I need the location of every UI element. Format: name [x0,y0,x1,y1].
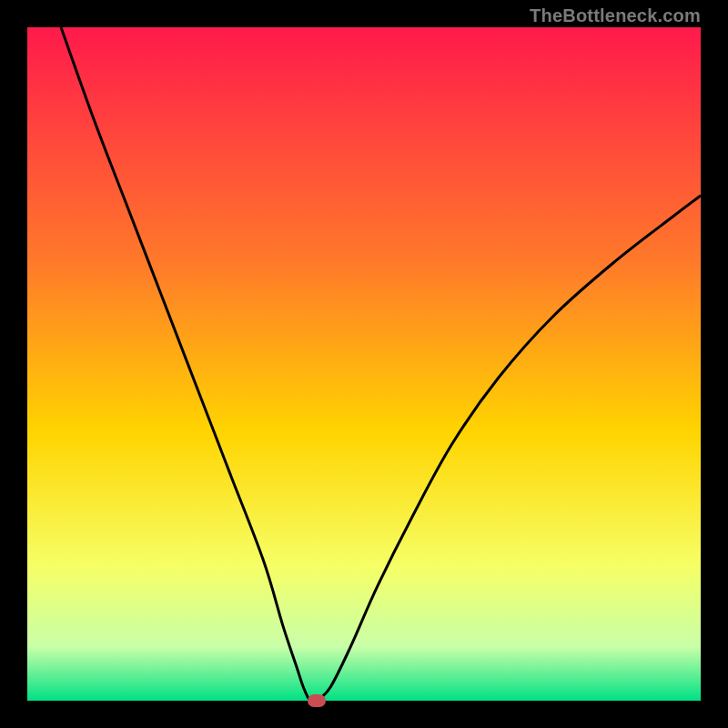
curve-layer [27,27,701,701]
plot-area [27,27,701,701]
chart-frame: TheBottleneck.com [0,0,728,728]
curve-left-branch [61,27,317,701]
minimum-marker [308,694,326,707]
watermark-text: TheBottleneck.com [530,5,701,26]
curve-right-branch [317,196,701,701]
